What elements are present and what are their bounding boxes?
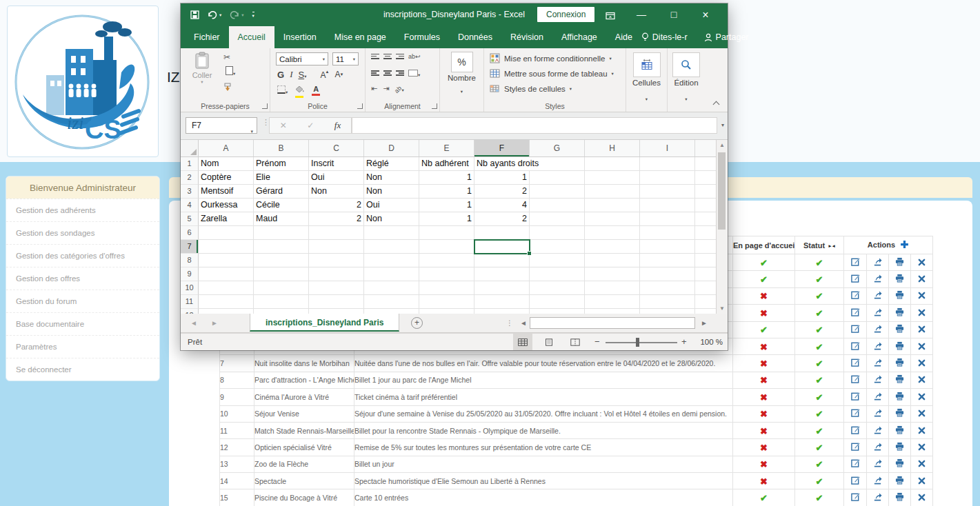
sidebar-item[interactable]: Base documentaire xyxy=(6,312,159,335)
home-check-icon[interactable]: ✔ xyxy=(760,274,768,285)
selected-cell-outline[interactable] xyxy=(474,239,530,254)
scroll-down-icon[interactable]: ▼ xyxy=(717,305,728,312)
home-cross-icon[interactable]: ✖ xyxy=(760,358,768,369)
ribbon-tab[interactable]: Formules xyxy=(395,26,449,48)
ribbon-tab[interactable]: Affichage xyxy=(552,26,606,48)
status-check-icon[interactable]: ✔ xyxy=(816,308,823,318)
delete-icon[interactable] xyxy=(918,341,926,353)
scroll-up-icon[interactable]: ▲ xyxy=(717,142,728,148)
cell-F12[interactable] xyxy=(474,309,530,314)
cell-E8[interactable] xyxy=(419,254,474,267)
row-header-1[interactable]: 1 xyxy=(181,157,199,171)
cell-F10[interactable] xyxy=(474,281,530,295)
font-size-select[interactable]: 11▾ xyxy=(332,52,359,65)
home-check-icon[interactable]: ✔ xyxy=(760,325,768,335)
cell-partial[interactable] xyxy=(695,171,716,185)
cell-G6[interactable] xyxy=(530,226,585,240)
delete-icon[interactable] xyxy=(918,323,926,336)
status-check-icon[interactable]: ✔ xyxy=(816,258,823,268)
cell-F2[interactable]: 1 xyxy=(474,171,530,185)
font-name-select[interactable]: Calibri▾ xyxy=(276,52,328,65)
status-check-icon[interactable]: ✔ xyxy=(816,409,823,419)
add-offer-icon[interactable] xyxy=(900,240,909,250)
home-cross-icon[interactable]: ✖ xyxy=(760,308,768,318)
cell-D4[interactable]: Oui xyxy=(364,199,419,212)
cell-H3[interactable] xyxy=(585,185,640,199)
delete-icon[interactable] xyxy=(918,391,926,403)
row-header-8[interactable]: 8 xyxy=(181,254,199,267)
status-check-icon[interactable]: ✔ xyxy=(816,375,823,385)
sidebar-item[interactable]: Se déconnecter xyxy=(6,358,159,381)
confirm-entry-icon[interactable]: ✓ xyxy=(307,121,314,130)
cell-H1[interactable] xyxy=(585,157,640,171)
decrease-font-icon[interactable]: A▼ xyxy=(334,70,343,79)
status-check-icon[interactable]: ✔ xyxy=(816,459,823,469)
name-box[interactable]: F7 ▾ xyxy=(186,117,257,134)
cell-H4[interactable] xyxy=(585,199,640,212)
cell-H5[interactable] xyxy=(585,212,640,226)
print-icon[interactable] xyxy=(895,458,904,470)
row-header-4[interactable]: 4 xyxy=(181,199,199,212)
cell-A6[interactable] xyxy=(199,226,254,240)
paste-button[interactable]: Coller ▾ xyxy=(186,52,218,85)
copy-icon[interactable]: ▾ xyxy=(223,65,235,78)
edit-icon[interactable] xyxy=(851,391,860,403)
delete-icon[interactable] xyxy=(918,357,926,370)
row-header-2[interactable]: 2 xyxy=(181,171,199,185)
row-header-10[interactable]: 10 xyxy=(181,281,199,295)
hscroll-right-icon[interactable]: ► xyxy=(701,314,708,333)
delete-icon[interactable] xyxy=(918,273,926,285)
minimize-button[interactable]: — xyxy=(631,3,652,26)
cell-C1[interactable]: Inscrit xyxy=(309,157,364,171)
vertical-scrollbar[interactable]: ▲ ▼ xyxy=(716,140,728,314)
home-cross-icon[interactable]: ✖ xyxy=(760,375,768,385)
zoom-slider-track[interactable] xyxy=(606,342,677,343)
zoom-out-icon[interactable]: − xyxy=(594,334,600,350)
cell-H10[interactable] xyxy=(585,281,640,295)
cell-A2[interactable]: Coptère xyxy=(199,171,254,185)
cell-E5[interactable]: 1 xyxy=(419,212,474,226)
column-header-partial[interactable] xyxy=(695,140,716,156)
name-box-dropdown-icon[interactable]: ▾ xyxy=(250,124,253,139)
cell-partial[interactable] xyxy=(695,157,716,171)
cell-A11[interactable] xyxy=(199,295,254,309)
delete-icon[interactable] xyxy=(918,407,926,420)
alignment-dialog-launcher-icon[interactable] xyxy=(432,103,437,109)
status-check-icon[interactable]: ✔ xyxy=(816,325,823,335)
insert-function-icon[interactable]: fx xyxy=(334,120,341,131)
cell-D3[interactable]: Non xyxy=(364,185,419,199)
cell-F6[interactable] xyxy=(474,226,530,240)
sort-icon[interactable]: ►◄ xyxy=(828,243,835,248)
row-header-3[interactable]: 3 xyxy=(181,185,199,199)
ribbon-display-options-icon[interactable] xyxy=(600,3,621,26)
hscroll-left-icon[interactable]: ◄ xyxy=(520,314,527,333)
cell-B1[interactable]: Prénom xyxy=(254,157,309,171)
cell-partial[interactable] xyxy=(695,309,716,314)
tell-me-control[interactable]: Dites-le-r xyxy=(641,32,688,42)
row-header-11[interactable]: 11 xyxy=(181,295,199,309)
cell-B11[interactable] xyxy=(254,295,309,309)
formula-input[interactable] xyxy=(352,117,717,134)
merge-center-icon[interactable]: ▾ xyxy=(408,67,420,79)
edit-icon[interactable] xyxy=(851,307,860,319)
export-icon[interactable] xyxy=(873,374,882,386)
cell-E6[interactable] xyxy=(419,226,474,240)
delete-icon[interactable] xyxy=(918,374,926,386)
ribbon-tab[interactable]: Mise en page xyxy=(326,26,395,48)
sheet-nav-left-icon[interactable]: ◄ xyxy=(190,314,197,333)
cell-D6[interactable] xyxy=(364,226,419,240)
edit-icon[interactable] xyxy=(851,458,860,470)
edit-icon[interactable] xyxy=(851,290,860,302)
cell-E1[interactable]: Nb adhérent xyxy=(419,157,474,171)
percent-style-button[interactable]: % xyxy=(451,52,473,72)
print-icon[interactable] xyxy=(895,407,904,420)
cell-C5[interactable]: 2 xyxy=(309,212,364,226)
sidebar-item[interactable]: Gestion des catégories d'offres xyxy=(6,244,159,267)
cell-C2[interactable]: Oui xyxy=(309,171,364,185)
edit-icon[interactable] xyxy=(851,374,860,386)
decrease-indent-icon[interactable]: ⇤ xyxy=(371,84,377,93)
column-header-D[interactable]: D xyxy=(364,140,419,156)
edit-icon[interactable] xyxy=(851,475,860,487)
status-check-icon[interactable]: ✔ xyxy=(816,426,823,436)
borders-icon[interactable]: ▾ xyxy=(277,84,288,97)
